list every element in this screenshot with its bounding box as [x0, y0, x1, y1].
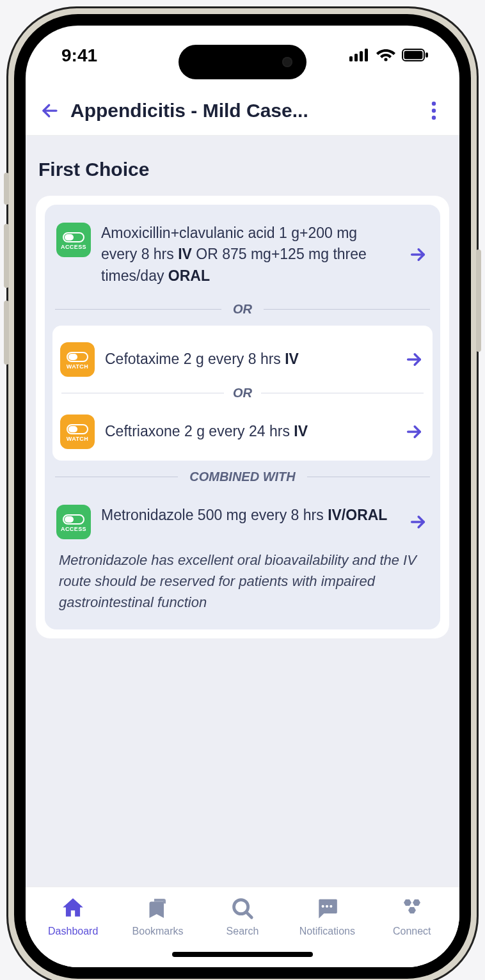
section-title: First Choice — [38, 159, 447, 180]
svg-point-9 — [432, 101, 436, 105]
separator-or-inner: OR — [61, 386, 424, 400]
drug-row-cefotaxime[interactable]: WATCH Cefotaxime 2 g every 8 hrs IV — [56, 331, 429, 383]
svg-rect-16 — [68, 354, 77, 360]
watch-badge-icon: WATCH — [60, 415, 95, 449]
search-icon — [230, 895, 255, 922]
svg-rect-6 — [404, 51, 423, 59]
tab-dashboard[interactable]: Dashboard — [38, 895, 108, 937]
dynamic-island — [179, 45, 306, 79]
svg-point-28 — [330, 905, 333, 908]
home-icon — [61, 895, 85, 922]
tab-search[interactable]: Search — [207, 895, 278, 937]
svg-line-25 — [246, 912, 251, 917]
svg-point-10 — [432, 108, 436, 112]
content-area[interactable]: First Choice ACCESS Amoxicillin+clavulan… — [26, 136, 459, 887]
page-title: Appendicitis - Mild Case... — [70, 100, 421, 122]
svg-point-27 — [326, 905, 328, 908]
bookmark-icon — [147, 895, 170, 922]
tab-notifications[interactable]: Notifications — [292, 895, 362, 937]
access-badge-icon: ACCESS — [56, 223, 91, 257]
battery-icon — [402, 45, 429, 66]
watch-badge-icon: WATCH — [60, 342, 95, 377]
drug-row-amoxicillin[interactable]: ACCESS Amoxicillin+clavulanic acid 1 g+2… — [52, 211, 433, 293]
svg-rect-2 — [360, 51, 363, 61]
status-time: 9:41 — [61, 45, 97, 66]
volume-button — [4, 301, 9, 365]
cellular-icon — [349, 45, 370, 66]
svg-rect-1 — [354, 54, 358, 61]
tab-connect[interactable]: Connect — [377, 895, 447, 937]
chevron-right-icon — [403, 351, 425, 368]
chevron-right-icon — [407, 513, 429, 531]
message-icon — [315, 895, 339, 922]
treatment-group: ACCESS Amoxicillin+clavulanic acid 1 g+2… — [45, 205, 440, 629]
svg-point-11 — [432, 115, 436, 119]
back-button[interactable] — [36, 97, 64, 125]
svg-rect-22 — [65, 516, 74, 523]
svg-rect-19 — [68, 426, 77, 432]
phone-frame: 9:41 Appendicitis — [6, 6, 479, 980]
app-header: Appendicitis - Mild Case... — [26, 86, 459, 136]
tab-bookmarks[interactable]: Bookmarks — [123, 895, 193, 937]
power-button — [476, 249, 481, 352]
drug-row-metronidazole[interactable]: ACCESS Metronidazole 500 mg every 8 hrs … — [52, 493, 433, 546]
chevron-right-icon — [403, 423, 425, 441]
separator-combined: COMBINED WITH — [55, 470, 430, 484]
chevron-right-icon — [407, 246, 429, 264]
svg-rect-0 — [349, 56, 353, 61]
drug-description: Metronidazole 500 mg every 8 hrs IV/ORAL — [101, 505, 397, 526]
svg-rect-7 — [425, 52, 428, 58]
wifi-icon — [376, 45, 395, 66]
more-options-button[interactable] — [421, 98, 447, 123]
svg-rect-3 — [365, 49, 368, 61]
connect-icon — [399, 895, 425, 922]
home-indicator[interactable] — [172, 952, 313, 957]
separator-or: OR — [55, 302, 430, 317]
treatment-card: ACCESS Amoxicillin+clavulanic acid 1 g+2… — [36, 196, 449, 638]
drug-description: Ceftriaxone 2 g every 24 hrs IV — [105, 421, 393, 442]
svg-point-4 — [384, 58, 387, 61]
svg-point-26 — [322, 905, 324, 908]
drug-row-ceftriaxone[interactable]: WATCH Ceftriaxone 2 g every 24 hrs IV — [56, 403, 429, 455]
volume-button — [4, 173, 9, 205]
alternative-group: WATCH Cefotaxime 2 g every 8 hrs IV — [52, 326, 433, 461]
drug-note: Metronidazole has excellent oral bioavai… — [52, 546, 433, 618]
drug-description: Cefotaxime 2 g every 8 hrs IV — [105, 349, 393, 370]
volume-button — [4, 224, 9, 288]
svg-rect-13 — [65, 234, 74, 241]
drug-description: Amoxicillin+clavulanic acid 1 g+200 mg e… — [101, 223, 397, 287]
access-badge-icon: ACCESS — [56, 505, 91, 539]
